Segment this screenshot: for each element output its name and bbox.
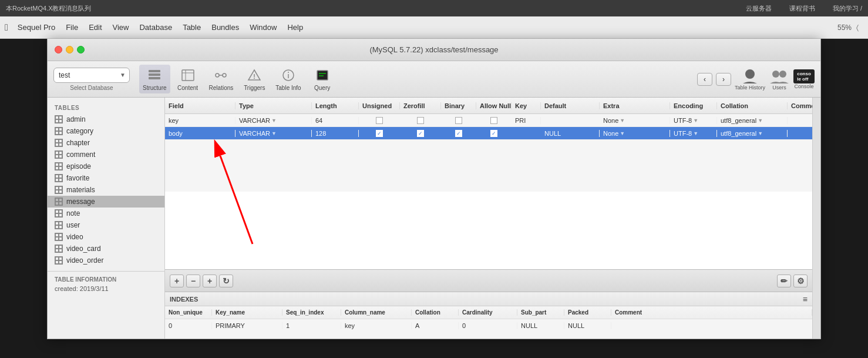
forward-button[interactable]: › [716, 73, 731, 86]
sidebar-item-chapter[interactable]: chapter [48, 137, 164, 149]
settings-button[interactable]: ⚙ [793, 275, 808, 287]
db-selector-wrap: test ▼ Select Database [53, 68, 130, 91]
th-key: Key [512, 102, 541, 109]
sidebar-item-message[interactable]: message [48, 196, 164, 208]
sidebar-table-name: message [66, 198, 95, 206]
menu-app-name[interactable]: Sequel Pro [13, 21, 60, 34]
th-length: Length [312, 102, 359, 109]
th-default: Default [541, 102, 600, 109]
svg-rect-0 [149, 70, 160, 72]
console-button[interactable]: console off Console [793, 69, 815, 89]
encoding-chevron[interactable]: ▼ [693, 131, 698, 136]
sidebar-item-note[interactable]: note [48, 208, 164, 219]
idx-cardinality: 0 [459, 322, 517, 329]
select-database-label: Select Database [70, 85, 113, 91]
checkbox[interactable] [490, 130, 497, 137]
back-button[interactable]: ‹ [697, 73, 712, 86]
db-selector[interactable]: test ▼ [53, 68, 130, 83]
th-field: Field [165, 102, 235, 109]
minimize-button[interactable] [66, 46, 73, 53]
sidebar-item-comment[interactable]: comment [48, 149, 164, 160]
checkbox[interactable] [376, 117, 383, 124]
menu-window[interactable]: Window [245, 21, 281, 34]
add-field-button[interactable]: + [170, 275, 184, 287]
checkbox[interactable] [417, 130, 424, 137]
refresh-button[interactable]: ↻ [219, 275, 233, 287]
table-history-button[interactable]: Table History [735, 68, 765, 91]
remove-field-button[interactable]: − [186, 275, 200, 287]
browser-bar-right: 云服务器 课程背书 我的学习 / [746, 4, 862, 13]
checkbox[interactable] [455, 117, 462, 124]
my-learning-link[interactable]: 我的学习 / [833, 4, 862, 13]
duplicate-field-button[interactable]: + [203, 275, 217, 287]
idx-column-name: key [341, 322, 412, 329]
idx-th-cardinality: Cardinality [459, 309, 517, 316]
menu-view[interactable]: View [108, 21, 134, 34]
table-row[interactable]: body VARCHAR ▼ 128 NULL None ▼ UTF-8 ▼ u… [165, 127, 812, 140]
app-window: (MySQL 5.7.22) xdclass/test/message test… [47, 39, 821, 339]
sidebar-item-video[interactable]: video [48, 231, 164, 243]
sidebar-item-category[interactable]: category [48, 125, 164, 137]
sidebar-item-episode[interactable]: episode [48, 160, 164, 172]
close-button[interactable] [55, 46, 62, 53]
th-collation: Collation [717, 102, 788, 109]
checkbox[interactable] [490, 117, 497, 124]
collation-chevron[interactable]: ▼ [758, 118, 763, 123]
idx-th-non-unique: Non_unique [165, 309, 212, 316]
collation-chevron[interactable]: ▼ [758, 131, 763, 136]
checkbox[interactable] [376, 130, 383, 137]
browser-bar-left: 本RocketMQ4.X教程消息队列 [6, 4, 91, 13]
sidebar-item-favorite[interactable]: favorite [48, 172, 164, 184]
svg-rect-1 [149, 73, 160, 76]
menu-bundles[interactable]: Bundles [207, 21, 244, 34]
menu-file[interactable]: File [61, 21, 83, 34]
course-link[interactable]: 课程背书 [789, 4, 815, 13]
extra-chevron[interactable]: ▼ [620, 118, 625, 123]
table-info-label: Table Info [275, 85, 301, 91]
window-title: (MySQL 5.7.22) xdclass/test/message [369, 45, 498, 54]
svg-point-19 [772, 71, 779, 78]
td-encoding: UTF-8 ▼ [670, 117, 717, 124]
checkbox[interactable] [417, 117, 424, 124]
menu-help[interactable]: Help [282, 21, 308, 34]
checkbox[interactable] [455, 130, 462, 137]
table-row[interactable]: key VARCHAR ▼ 64 PRI None ▼ UTF-8 ▼ utf8… [165, 114, 812, 127]
query-button[interactable]: Query [307, 65, 338, 93]
sidebar-item-video_card[interactable]: video_card [48, 243, 164, 255]
console-icon-text: console off [797, 71, 811, 82]
extra-chevron[interactable]: ▼ [620, 131, 625, 136]
maximize-button[interactable] [77, 46, 85, 53]
menu-database[interactable]: Database [134, 21, 177, 34]
tables-section-title: TABLES [48, 102, 164, 113]
browser-tab-1: 本RocketMQ4.X教程消息队列 [6, 4, 91, 13]
idx-th-key-name: Key_name [212, 309, 282, 316]
idx-th-sub-part: Sub_part [517, 309, 564, 316]
type-chevron[interactable]: ▼ [271, 118, 277, 123]
structure-main: Field Type Length Unsigned Zerofill Bina… [165, 98, 820, 339]
structure-button[interactable]: Structure [139, 65, 170, 93]
bottom-toolbar-right: ✏ ⚙ [777, 275, 808, 287]
menu-edit[interactable]: Edit [84, 21, 106, 34]
table-info-button[interactable]: Table Info [272, 65, 304, 93]
svg-point-7 [223, 73, 226, 77]
triggers-button[interactable]: Triggers [239, 65, 270, 93]
td-length: 128 [312, 130, 359, 137]
sidebar-item-user[interactable]: user [48, 219, 164, 231]
users-button[interactable]: Users [769, 68, 790, 91]
type-chevron[interactable]: ▼ [271, 131, 277, 136]
relations-button[interactable]: Relations [206, 65, 237, 93]
cloud-server-link[interactable]: 云服务器 [746, 4, 772, 13]
encoding-chevron[interactable]: ▼ [693, 118, 698, 123]
sidebar-item-admin[interactable]: admin [48, 113, 164, 125]
chevron-down-icon: ▼ [120, 72, 126, 78]
sidebar-item-materials[interactable]: materials [48, 184, 164, 196]
idx-packed: NULL [564, 322, 611, 329]
right-scrollbar[interactable] [812, 98, 820, 339]
sidebar-item-video_order[interactable]: video_order [48, 255, 164, 266]
table-header: Field Type Length Unsigned Zerofill Bina… [165, 98, 812, 114]
idx-th-packed: Packed [564, 309, 611, 316]
menu-table[interactable]: Table [178, 21, 206, 34]
triggers-label: Triggers [244, 85, 265, 91]
content-button[interactable]: Content [173, 65, 203, 93]
edit-button[interactable]: ✏ [777, 275, 791, 287]
